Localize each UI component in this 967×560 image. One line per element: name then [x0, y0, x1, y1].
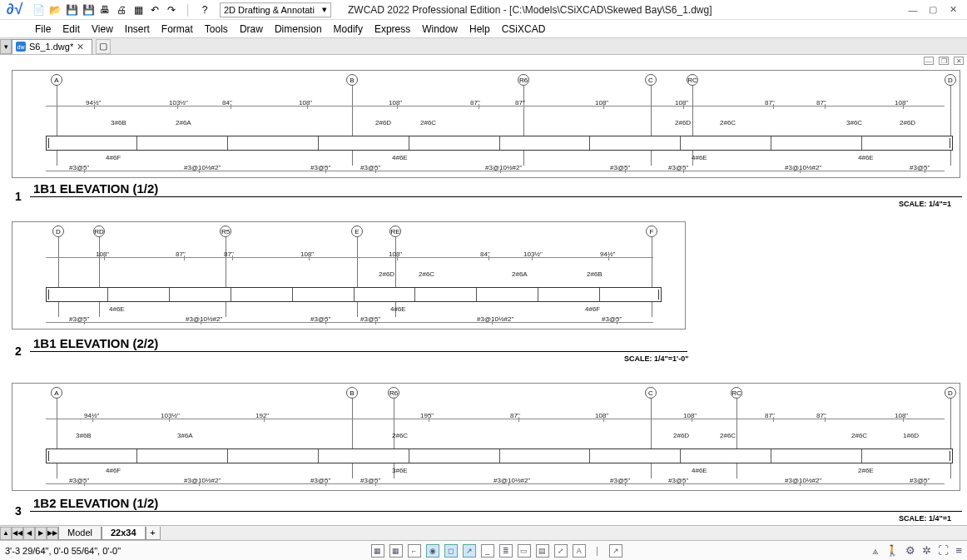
grid-bubble: A	[51, 387, 62, 399]
menu-format[interactable]: Format	[161, 23, 193, 35]
drawing-viewport: DRDR5EREF108"87"87"108"108"84"103½"94½"2…	[12, 221, 686, 330]
polar-icon[interactable]: ◉	[426, 544, 439, 558]
layout-first-icon[interactable]: ◀◀	[12, 527, 23, 540]
spacing-callout: #3@5"	[69, 315, 89, 323]
dimension-text: 108"	[389, 99, 402, 107]
dimension-text: 108"	[96, 250, 109, 258]
grid-bubble: B	[346, 74, 358, 86]
spacing-callout: #3@5"	[360, 315, 380, 323]
lwt-icon[interactable]: ≣	[499, 544, 513, 558]
otrack-icon[interactable]: ↗	[463, 544, 476, 558]
qp-icon[interactable]: ▤	[536, 544, 549, 558]
menu-file[interactable]: File	[35, 23, 51, 35]
grid-bubble: A	[51, 74, 62, 86]
close-tab-icon[interactable]: ✕	[77, 42, 87, 52]
match-icon[interactable]: ▦	[131, 3, 145, 17]
stirrup-callout: 4#6E	[858, 154, 874, 161]
osnap-icon[interactable]: ◻	[444, 544, 458, 558]
minimize-icon[interactable]: —	[907, 4, 919, 16]
spacing-callout: #3@10½#2"	[493, 477, 530, 484]
layout-next-icon[interactable]: ▶	[35, 527, 47, 540]
dimension-text: 108"	[300, 250, 314, 258]
snap-icon[interactable]: ▦	[389, 544, 403, 558]
menu-modify[interactable]: Modify	[334, 23, 363, 35]
walk-icon[interactable]: 🚶	[885, 544, 899, 557]
menu-csixcad[interactable]: CSiXCAD	[502, 23, 546, 35]
scale-note: SCALE: 1/4"=1'-0"	[624, 354, 688, 363]
menu-tools[interactable]: Tools	[205, 23, 228, 35]
document-tab[interactable]: dw S6_1.dwg* ✕	[12, 39, 92, 54]
plot-icon[interactable]: 🖶	[98, 3, 112, 17]
ortho-icon[interactable]: ⌐	[408, 544, 421, 558]
workspace-dropdown[interactable]: 2D Drafting & Annotati ▾	[220, 2, 331, 17]
section-number: 2	[15, 344, 22, 358]
inner-restore-icon[interactable]: ❐	[939, 57, 949, 65]
spacing-callout: #3@10½#2"	[785, 164, 821, 171]
dimension-text: 108"	[299, 99, 312, 107]
rebar-callout: 2#6D	[673, 432, 689, 439]
dimension-text: 195"	[420, 412, 434, 419]
menu-dimension[interactable]: Dimension	[275, 23, 322, 35]
status-bar: 3'-3 29/64", 0'-0 55/64", 0'-0" ▦▦⌐◉◻↗⎯≣…	[0, 540, 967, 560]
new-tab-button[interactable]: ▢	[96, 39, 111, 54]
lock-icon[interactable]: ✲	[922, 544, 931, 557]
close-icon[interactable]: ✕	[947, 4, 959, 16]
help-icon[interactable]: ?	[198, 3, 211, 17]
inner-minimize-icon[interactable]: —	[924, 57, 934, 65]
grid-bubble: D	[945, 387, 956, 399]
model-icon[interactable]: ▭	[518, 544, 531, 558]
grid-bubble: RC	[687, 74, 698, 86]
status-right: ⟁🚶⚙✲⛶≡	[872, 544, 962, 557]
sc-icon[interactable]: ⤢	[554, 544, 568, 558]
layout-prev-icon[interactable]: ◀	[23, 527, 35, 540]
menu-express[interactable]: Express	[374, 23, 410, 35]
saveall-icon[interactable]: 💾	[82, 3, 95, 17]
arrow-icon[interactable]: ↗	[609, 544, 622, 558]
layout-add-button[interactable]: +	[146, 527, 161, 540]
menu-edit[interactable]: Edit	[62, 23, 80, 35]
dimension-text: 103½"	[523, 250, 543, 258]
menu-bar: FileEditViewInsertFormatToolsDrawDimensi…	[0, 20, 967, 38]
tab-list-dropdown[interactable]: ▾	[0, 39, 12, 54]
section-title: 1B2 ELEVATION (1/2)	[33, 496, 158, 510]
spacing-callout: #3@5"	[310, 477, 330, 484]
coordinate-readout: 3'-3 29/64", 0'-0 55/64", 0'-0"	[5, 546, 121, 556]
maximize-icon[interactable]: ▢	[927, 4, 939, 16]
drawing-canvas[interactable]: — ❐ ✕ ABR6CRCD94½"103½"84"108"108"87"87"…	[0, 55, 967, 521]
menu-icon[interactable]: ≡	[955, 544, 962, 557]
inner-close-icon[interactable]: ✕	[954, 57, 964, 65]
grid-icon[interactable]: ▦	[371, 544, 384, 558]
dimension-text: 108"	[595, 99, 608, 107]
isoview-icon[interactable]: ⟁	[872, 544, 879, 557]
layout-tab-model[interactable]: Model	[58, 527, 102, 540]
spacing-callout: #3@5"	[610, 477, 630, 484]
grid-bubble: R6	[388, 387, 399, 399]
grid-bubble: B	[346, 387, 358, 399]
new-icon[interactable]: 📄	[32, 3, 45, 17]
save-icon[interactable]: 💾	[65, 3, 78, 17]
maximize-icon[interactable]: ⛶	[938, 544, 949, 557]
rebar-callout: 2#6D	[900, 119, 915, 126]
gear-icon[interactable]: ⚙	[905, 544, 915, 557]
rebar-callout: 2#6B	[587, 270, 603, 278]
layout-tab-22x34[interactable]: 22x34	[102, 527, 146, 540]
layout-up-icon[interactable]: ▲	[0, 527, 12, 540]
menu-window[interactable]: Window	[422, 23, 458, 35]
spacing-callout: #3@10½#2"	[184, 477, 221, 484]
spacing-callout: #3@5"	[668, 164, 688, 171]
grid-bubble: R5	[220, 225, 231, 237]
grid-bubble: RC	[731, 387, 742, 399]
open-icon[interactable]: 📂	[48, 3, 62, 17]
stirrup-callout: 4#6E	[390, 305, 406, 313]
menu-view[interactable]: View	[92, 23, 113, 35]
menu-help[interactable]: Help	[469, 23, 490, 35]
spacing-callout: #3@10½#2"	[477, 315, 513, 323]
menu-insert[interactable]: Insert	[125, 23, 150, 35]
layout-last-icon[interactable]: ▶▶	[47, 527, 58, 540]
ann-icon[interactable]: A	[573, 544, 586, 558]
print-icon[interactable]: 🖨	[115, 3, 128, 17]
dyn-icon[interactable]: ⎯	[481, 544, 494, 558]
undo-icon[interactable]: ↶	[148, 3, 161, 17]
menu-draw[interactable]: Draw	[240, 23, 263, 35]
redo-icon[interactable]: ↷	[165, 3, 178, 17]
